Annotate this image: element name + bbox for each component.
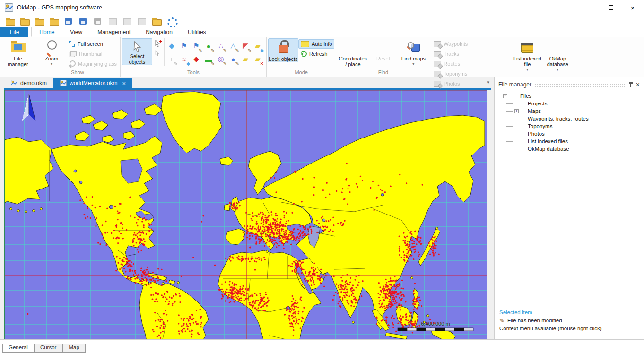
tool-button[interactable]: ● ✎ — [227, 53, 239, 65]
minimize-button[interactable]: – — [578, 0, 600, 15]
list-toggle[interactable]: Routes — [432, 59, 472, 69]
lock-objects-button[interactable]: Lock objects — [268, 38, 298, 62]
tool-icon: ▰ — [243, 55, 248, 63]
show-toggle-icon — [69, 60, 76, 68]
mode-toggle[interactable]: Auto info — [298, 39, 334, 49]
qat-icon[interactable] — [151, 16, 164, 27]
show-toggle[interactable]: Magnifying glass — [67, 59, 119, 69]
tab-overflow-chevron-icon[interactable]: ▾ — [487, 80, 489, 85]
bottom-tab[interactable]: Map — [62, 344, 85, 353]
tool-button[interactable]: ▰ ✕ — [252, 53, 263, 65]
tools-grid: ◆ ⚑ ⚑ ✎ ● ✎ ∴ ✎ △ — [164, 38, 265, 66]
tree-connector — [506, 134, 516, 134]
find-button[interactable]: Find maps ▾ — [398, 38, 428, 67]
qat-icon[interactable] — [165, 16, 178, 27]
tree-expander[interactable]: − — [503, 94, 507, 98]
tool-button[interactable]: ◎ ✎ — [215, 53, 226, 65]
map-canvas[interactable]: 6,400,000 m — [4, 90, 487, 339]
list-toggle[interactable]: Waypoints — [432, 39, 472, 49]
show-toggle-icon — [69, 41, 75, 47]
tree-item[interactable]: Photos — [498, 130, 640, 138]
tree-item[interactable]: − Files — [498, 92, 640, 100]
tree-item[interactable]: + Maps — [498, 107, 640, 115]
tool-button[interactable]: ▰ — [240, 53, 251, 65]
mode-toggle[interactable]: Refresh — [298, 49, 334, 59]
ribbon-tab[interactable]: Management — [90, 27, 138, 37]
tool-button[interactable]: ▬ ✎ — [203, 53, 214, 65]
tool-button[interactable]: ◤ ✎ — [240, 40, 251, 52]
tree-item[interactable]: Waypoints, tracks, routes — [498, 115, 640, 122]
tool-button[interactable]: + ✎ — [166, 53, 177, 65]
tree-item-label: List indexed files — [528, 138, 568, 144]
close-button[interactable]: × — [622, 0, 644, 15]
find-button-label: Reset — [376, 56, 390, 61]
tool-button[interactable]: ◆ — [166, 40, 177, 52]
tree-expander[interactable]: + — [514, 109, 519, 113]
group-label: Tools — [122, 69, 265, 77]
qat-icon[interactable] — [4, 16, 17, 27]
world-map[interactable]: 6,400,000 m — [4, 90, 487, 339]
qat-icon[interactable] — [136, 16, 149, 27]
pin-icon[interactable] — [628, 82, 633, 87]
add-selection-cursor-icon[interactable]: + — [153, 39, 162, 48]
tool-button[interactable]: ◆ — [191, 53, 202, 65]
tool-overlay-icon: ✎ — [211, 48, 215, 53]
tree-item-label: OkMap database — [528, 146, 569, 152]
qat-icon[interactable] — [48, 16, 61, 27]
list-toggle-label: Toponyms — [444, 71, 467, 77]
panel-title-bar: File manager × — [498, 80, 640, 89]
quick-access-toolbar — [0, 15, 644, 27]
list-toggle-label: Waypoints — [444, 41, 468, 47]
file-manager-button[interactable]: File manager — [3, 38, 33, 67]
tool-button[interactable]: ⚑ ✎ — [191, 40, 202, 52]
tree-item[interactable]: List indexed files — [498, 138, 640, 145]
mode-toggle-icon — [301, 41, 309, 47]
find-button-label: Coordinates / place — [338, 56, 368, 67]
rubberband-select-icon[interactable] — [153, 49, 162, 57]
qat-icon[interactable] — [34, 16, 46, 27]
tool-button[interactable]: ≈ ◆ — [178, 53, 190, 65]
ribbon-tab[interactable]: View — [62, 27, 90, 37]
list-toggle[interactable]: Tracks — [432, 49, 472, 59]
tree-item-label: Maps — [528, 108, 541, 114]
find-button[interactable]: Reset — [368, 38, 398, 61]
tool-overlay-icon: ◆ — [260, 48, 264, 53]
ribbon-tab[interactable]: Utilities — [180, 27, 214, 37]
app-window: OkMap - GPS mapping software – × — [0, 0, 644, 353]
bottom-tab[interactable]: General — [2, 344, 34, 353]
tree-item[interactable]: OkMap database — [498, 145, 640, 153]
list-big-button[interactable]: OkMap database ▾ — [542, 38, 573, 73]
qat-icon[interactable] — [92, 16, 105, 27]
tool-icon: ⚑ — [181, 42, 187, 50]
find-button[interactable]: Coordinates / place — [338, 38, 368, 67]
select-objects-button[interactable]: Select objects — [122, 38, 152, 65]
document-tab[interactable]: worldMercator.okm × — [53, 78, 132, 88]
document-tab[interactable]: demo.okm — [4, 78, 53, 88]
close-tab-icon[interactable]: × — [122, 80, 126, 87]
tool-button[interactable]: ⚑ — [178, 40, 190, 52]
qat-icon[interactable] — [63, 16, 76, 27]
zoom-button[interactable]: Zoom ▾ — [36, 38, 67, 67]
show-toggle[interactable]: Thumbnail — [67, 49, 119, 59]
tree-item[interactable]: Projects — [498, 100, 640, 107]
qat-icon[interactable] — [19, 16, 32, 27]
maximize-button[interactable] — [600, 0, 622, 15]
qat-icon[interactable] — [78, 16, 90, 27]
tool-overlay-icon: ✎ — [199, 48, 202, 53]
panel-close-icon[interactable]: × — [636, 81, 640, 88]
list-big-button[interactable]: List indexed file ▾ — [512, 38, 542, 73]
tool-button[interactable]: ▰ ◆ — [252, 40, 263, 52]
tool-button[interactable]: ● ✎ — [203, 40, 214, 52]
ribbon-tab[interactable]: File — [0, 27, 28, 37]
show-toggle-icon — [69, 51, 76, 57]
show-toggle[interactable]: Full screen — [67, 39, 119, 49]
tree-item-label: Toponyms — [528, 123, 552, 129]
qat-icon[interactable] — [107, 16, 120, 27]
tool-button[interactable]: ∴ ✎ — [215, 40, 226, 52]
ribbon-tab[interactable]: Home — [31, 27, 62, 37]
qat-icon[interactable] — [122, 16, 134, 27]
bottom-tab[interactable]: Cursor — [34, 344, 63, 353]
tree-item[interactable]: Toponyms — [498, 122, 640, 130]
tool-button[interactable]: △ ✎ — [227, 40, 239, 52]
ribbon-tab[interactable]: Navigation — [138, 27, 180, 37]
